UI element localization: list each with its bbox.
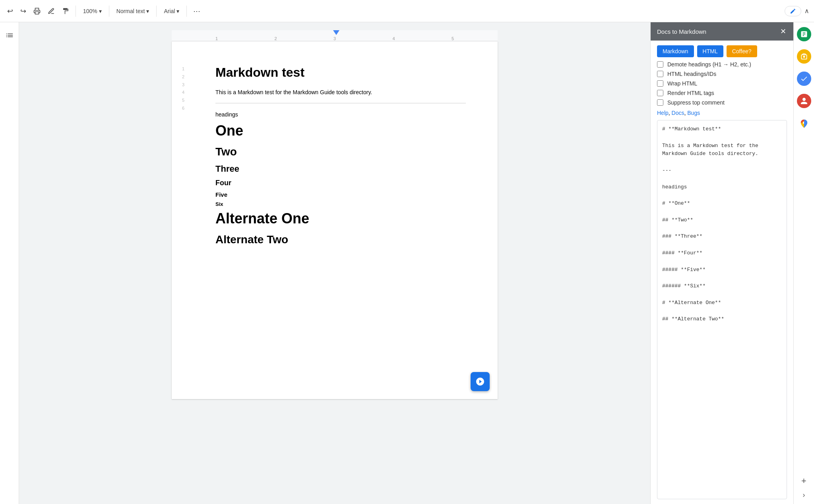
expand-panel-button[interactable]: › <box>801 489 807 501</box>
html-button[interactable]: HTML <box>697 45 723 57</box>
doc-section-label[interactable]: headings <box>215 111 466 118</box>
toolbar: ↩ ↪ 100% ▾ Normal text ▾ Arial ▾ ⋯ <box>0 0 814 22</box>
paint-format-button[interactable] <box>60 5 72 17</box>
tasks-icon[interactable] <box>797 72 811 86</box>
pen-button[interactable] <box>785 6 801 16</box>
ruler: 1 2 3 4 5 <box>172 30 498 41</box>
checkbox-html-ids-row[interactable]: HTML headings/IDs <box>657 71 787 77</box>
page-container: 1 2 3 4 5 6 Markdown test This is a Mark… <box>19 41 650 399</box>
help-link[interactable]: Help <box>657 110 669 116</box>
font-value: Arial <box>164 8 175 14</box>
doc-heading-4[interactable]: Four <box>215 179 466 187</box>
document-area: 1 2 3 4 5 1 2 3 4 5 6 Markdo <box>19 22 650 504</box>
doc-divider <box>215 103 466 103</box>
add-addon-button[interactable]: + <box>801 476 806 486</box>
checkbox-render[interactable] <box>657 90 663 96</box>
ruler-marker <box>333 30 339 35</box>
sheets-icon[interactable] <box>797 27 811 41</box>
print-button[interactable] <box>31 5 43 17</box>
collapse-button[interactable]: ∧ <box>804 7 809 15</box>
svg-rect-0 <box>35 12 39 14</box>
checkbox-demote[interactable] <box>657 61 663 68</box>
more-button[interactable]: ⋯ <box>191 4 203 18</box>
maps-icon[interactable] <box>797 116 811 130</box>
doc-heading-3[interactable]: Three <box>215 164 466 174</box>
floating-action-button[interactable] <box>471 372 490 391</box>
zoom-value: 100% <box>83 8 97 14</box>
docs-link[interactable]: Docs <box>672 110 684 116</box>
checkbox-wrap[interactable] <box>657 80 663 87</box>
panel-buttons: Markdown HTML Coffee? <box>657 45 787 57</box>
doc-alt-heading-1[interactable]: Alternate One <box>215 210 466 227</box>
undo-button[interactable]: ↩ <box>5 4 16 18</box>
main-area: 1 2 3 4 5 1 2 3 4 5 6 Markdo <box>0 22 814 504</box>
account-icon[interactable] <box>797 94 811 108</box>
keep-icon[interactable] <box>797 49 811 64</box>
style-value: Normal text <box>116 8 145 14</box>
checkbox-suppress-row[interactable]: Suppress top comment <box>657 99 787 106</box>
zoom-chevron-icon: ▾ <box>99 8 102 14</box>
markdown-button[interactable]: Markdown <box>657 45 694 57</box>
font-dropdown[interactable]: Arial ▾ <box>161 6 182 16</box>
divider-4 <box>186 6 187 17</box>
divider-1 <box>76 6 76 17</box>
doc-title[interactable]: Markdown test <box>215 65 466 80</box>
document-page[interactable]: 1 2 3 4 5 6 Markdown test This is a Mark… <box>172 41 498 399</box>
doc-alt-heading-2[interactable]: Alternate Two <box>215 233 466 246</box>
checkbox-render-label: Render HTML tags <box>667 90 714 96</box>
spell-check-button[interactable] <box>45 5 57 17</box>
ruler-mark: 1 <box>215 36 218 41</box>
line-numbers: 1 2 3 4 5 6 <box>172 41 188 399</box>
divider-3 <box>156 6 157 17</box>
ruler-mark: 2 <box>274 36 277 41</box>
doc-heading-5[interactable]: Five <box>215 191 466 198</box>
redo-button[interactable]: ↪ <box>18 4 29 18</box>
doc-outline-icon[interactable] <box>4 29 16 43</box>
style-dropdown[interactable]: Normal text ▾ <box>113 6 153 16</box>
checkbox-html-ids[interactable] <box>657 71 663 77</box>
coffee-button[interactable]: Coffee? <box>727 45 757 57</box>
checkbox-wrap-row[interactable]: Wrap HTML <box>657 80 787 87</box>
checkbox-demote-label: Demote headings (H1 → H2, etc.) <box>667 61 751 68</box>
panel-links: Help, Docs, Bugs <box>657 110 787 116</box>
toolbar-right: ∧ <box>785 6 809 16</box>
zoom-dropdown[interactable]: 100% ▾ <box>80 6 105 16</box>
font-chevron-icon: ▾ <box>176 8 179 14</box>
panel-body: Markdown HTML Coffee? Demote headings (H… <box>651 41 793 504</box>
doc-heading-1[interactable]: One <box>215 122 466 139</box>
divider-2 <box>109 6 109 17</box>
checkbox-wrap-label: Wrap HTML <box>667 80 697 87</box>
ruler-mark: 3 <box>333 36 336 41</box>
checkbox-suppress-label: Suppress top comment <box>667 99 725 106</box>
doc-heading-2[interactable]: Two <box>215 145 466 158</box>
far-right-sidebar: + › <box>793 22 814 504</box>
style-chevron-icon: ▾ <box>146 8 149 14</box>
left-sidebar <box>0 22 19 504</box>
doc-body[interactable]: This is a Markdown test for the Markdown… <box>215 88 466 97</box>
checkbox-render-row[interactable]: Render HTML tags <box>657 90 787 96</box>
checkbox-html-ids-label: HTML headings/IDs <box>667 71 716 77</box>
ruler-mark: 4 <box>392 36 395 41</box>
checkbox-suppress[interactable] <box>657 99 663 106</box>
bugs-link[interactable]: Bugs <box>687 110 700 116</box>
panel-checkboxes: Demote headings (H1 → H2, etc.) HTML hea… <box>657 61 787 106</box>
ruler-mark: 5 <box>452 36 454 41</box>
panel-header: Docs to Markdown ✕ <box>651 22 793 41</box>
panel-title: Docs to Markdown <box>657 28 706 35</box>
panel-output[interactable]: # **Markdown test** This is a Markdown t… <box>657 120 787 499</box>
checkbox-demote-row[interactable]: Demote headings (H1 → H2, etc.) <box>657 61 787 68</box>
docs-to-markdown-panel: Docs to Markdown ✕ Markdown HTML Coffee?… <box>650 22 793 504</box>
doc-heading-6[interactable]: Six <box>215 201 466 207</box>
panel-close-button[interactable]: ✕ <box>779 26 787 37</box>
